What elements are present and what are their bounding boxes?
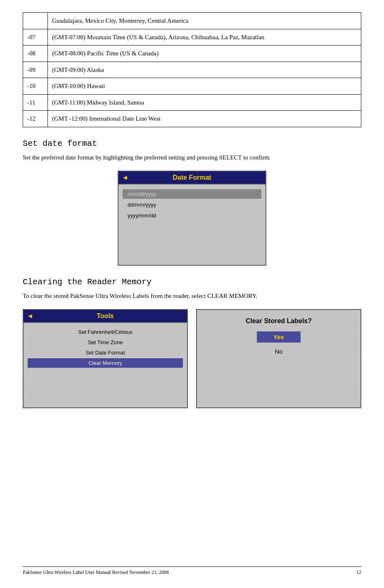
- date-format-body-area: mm/dd/yyyy dd/mm/yyyy yyyy/mm/dd: [119, 185, 265, 225]
- tz-offset-cell: -09: [23, 62, 48, 78]
- tz-offset-cell: -12: [23, 111, 48, 127]
- timezone-table: Guadalajara, Mexico City, Monterrey, Cen…: [23, 12, 361, 127]
- table-row: -08(GMT-08:00) Pacific Time (US & Canada…: [23, 45, 361, 62]
- table-row: -12(GMT -12:00) International Date Line …: [23, 111, 361, 127]
- page-content: Guadalajara, Mexico City, Monterrey, Cen…: [0, 0, 384, 445]
- clearing-screenshots-container: ◄ Tools Set Fahrenheit/Celsius Set Time …: [23, 309, 361, 408]
- table-row: Guadalajara, Mexico City, Monterrey, Cen…: [23, 13, 361, 29]
- tools-item-0: Set Fahrenheit/Celsius: [28, 327, 183, 337]
- date-format-item-2: yyyy/mm/dd: [123, 211, 261, 220]
- date-format-image-container: ◄ Date Format mm/dd/yyyy dd/mm/yyyy yyyy…: [23, 171, 361, 266]
- clearing-memory-body: To clear the stored PakSense Ultra Wirel…: [23, 291, 361, 301]
- tz-offset-cell: -08: [23, 45, 48, 62]
- tools-item-2: Set Date Format: [28, 348, 183, 357]
- tools-body-area: Set Fahrenheit/Celsius Set Time Zone Set…: [24, 323, 187, 372]
- date-format-item-0: mm/dd/yyyy: [123, 189, 261, 199]
- tz-offset-cell: -07: [23, 29, 48, 45]
- clear-yes-button: Yes: [257, 331, 301, 343]
- tools-item-1: Set Time Zone: [28, 338, 183, 347]
- tz-description-cell: (GMT-11:00) Midway Island, Samoa: [48, 94, 361, 111]
- set-date-format-heading: Set date format: [23, 139, 361, 148]
- date-format-header: ◄ Date Format: [119, 171, 265, 185]
- tools-header: ◄ Tools: [24, 310, 187, 323]
- tz-description-cell: (GMT-09:00) Alaska: [48, 62, 361, 78]
- table-row: -10(GMT-10:00) Hawaii: [23, 78, 361, 95]
- tz-description-cell: (GMT-10:00) Hawaii: [48, 78, 361, 95]
- clear-labels-title: Clear Stored Labels?: [246, 317, 312, 325]
- tz-description-cell: (GMT -12:00) International Date Line Wes…: [48, 111, 361, 127]
- table-row: -11(GMT-11:00) Midway Island, Samoa: [23, 94, 361, 111]
- tools-title: Tools: [97, 312, 114, 319]
- tools-screenshot: ◄ Tools Set Fahrenheit/Celsius Set Time …: [23, 309, 188, 408]
- tz-offset-cell: [23, 13, 48, 29]
- table-row: -09(GMT-09:00) Alaska: [23, 62, 361, 78]
- tz-offset-cell: -11: [23, 94, 48, 111]
- clearing-memory-heading: Clearing the Reader Memory: [23, 277, 361, 287]
- clear-labels-screenshot: Clear Stored Labels? Yes No: [196, 309, 361, 408]
- footer-right: 12: [356, 569, 361, 576]
- tz-description-cell: Guadalajara, Mexico City, Monterrey, Cen…: [48, 13, 361, 29]
- footer-left: PakSense Ultra Wireless Label User Manua…: [23, 569, 169, 576]
- tz-offset-cell: -10: [23, 78, 48, 95]
- date-format-screenshot: ◄ Date Format mm/dd/yyyy dd/mm/yyyy yyyy…: [118, 171, 266, 266]
- tz-description-cell: (GMT-07:00) Mountain Time (US & Canada),…: [48, 29, 361, 45]
- date-format-title: Date Format: [173, 174, 211, 181]
- set-date-format-body: Set the preferred date format by highlig…: [23, 152, 361, 162]
- page-footer: PakSense Ultra Wireless Label User Manua…: [23, 567, 361, 576]
- back-arrow-icon: ◄: [122, 174, 128, 181]
- table-row: -07(GMT-07:00) Mountain Time (US & Canad…: [23, 29, 361, 45]
- tools-back-arrow-icon: ◄: [27, 312, 33, 320]
- tz-description-cell: (GMT-08:00) Pacific Time (US & Canada): [48, 45, 361, 62]
- tools-item-3: Clear Memory: [28, 358, 183, 368]
- clear-no-button: No: [258, 346, 299, 357]
- clear-labels-body: Clear Stored Labels? Yes No: [197, 310, 360, 361]
- date-format-item-1: dd/mm/yyyy: [123, 200, 261, 209]
